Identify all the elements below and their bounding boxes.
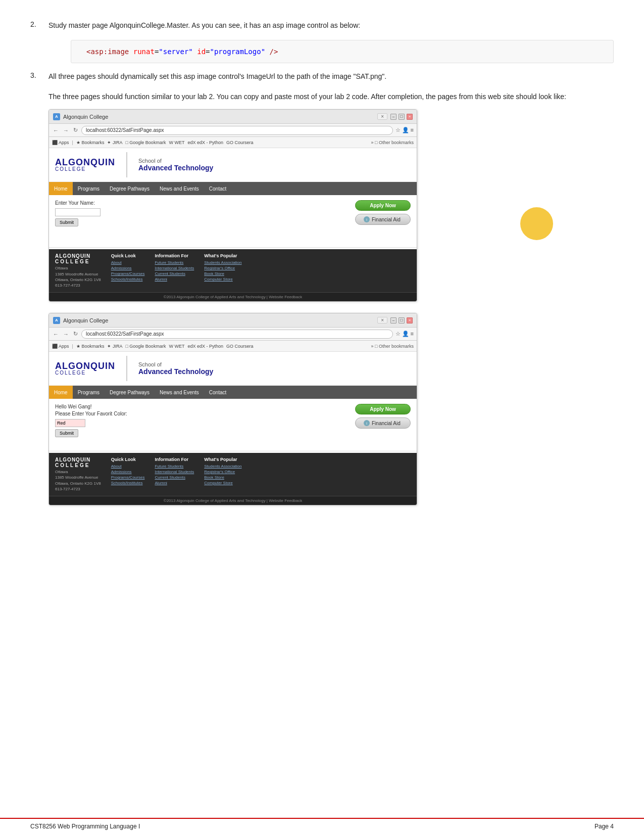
bm-google-1: □ Google Bookmark bbox=[125, 140, 166, 145]
right-panel-1: Apply Now i Financial Aid bbox=[355, 200, 411, 241]
browser-favicon-2: A bbox=[53, 317, 60, 324]
apply-btn-2[interactable]: Apply Now bbox=[355, 404, 411, 414]
nav-degree-2[interactable]: Degree Pathways bbox=[105, 386, 155, 399]
footer-ql-admissions-1[interactable]: Admissions bbox=[111, 266, 145, 270]
footer-ql-programs-1[interactable]: Programs/Courses bbox=[111, 271, 145, 276]
footer-ql-schools-1[interactable]: Schools/Institutes bbox=[111, 277, 145, 282]
url-input-2[interactable] bbox=[81, 330, 393, 339]
nav-programs-1[interactable]: Programs bbox=[73, 182, 105, 195]
footer-pop-comp-2[interactable]: Computer Store bbox=[204, 481, 241, 485]
footer-quicklook-2: Quick Look About Admissions Programs/Cou… bbox=[111, 457, 145, 492]
bm-google-2: □ Google Bookmark bbox=[125, 344, 166, 349]
footer-bottom-1: ©2013 Algonquin College of Applied Arts … bbox=[49, 292, 417, 301]
maximize-btn-1[interactable]: □ bbox=[399, 114, 405, 120]
nav-degree-1[interactable]: Degree Pathways bbox=[105, 182, 155, 195]
forward-btn-2[interactable]: → bbox=[62, 331, 70, 337]
footer-info-alumni-1[interactable]: Alumni bbox=[155, 277, 194, 282]
reload-btn-1[interactable]: ↻ bbox=[72, 127, 79, 133]
bm-wet-1: W WET bbox=[169, 140, 184, 145]
apply-btn-1[interactable]: Apply Now bbox=[355, 200, 411, 211]
nav-bar-2: Home Programs Degree Pathways News and E… bbox=[49, 386, 417, 399]
financial-label-2: Financial Aid bbox=[372, 421, 401, 426]
footer-pop-reg-2[interactable]: Registrar's Office bbox=[204, 470, 241, 474]
close-btn-2[interactable]: × bbox=[407, 317, 413, 323]
course-label: CST8256 Web Programming Language I bbox=[30, 823, 140, 830]
minimize-btn-1[interactable]: – bbox=[390, 114, 397, 120]
logo-college-1: COLLEGE bbox=[55, 167, 115, 172]
address-bar-2: ← → ↻ ☆ 👤 ≡ bbox=[49, 328, 417, 341]
header-divider-2 bbox=[126, 356, 127, 381]
code-val-id: "programLogo" bbox=[210, 48, 266, 56]
footer-ql-admissions-2[interactable]: Admissions bbox=[111, 470, 145, 474]
footer-ql-schools-2[interactable]: Schools/Institutes bbox=[111, 481, 145, 485]
new-tab-2[interactable]: × bbox=[377, 317, 387, 323]
submit-btn-1[interactable]: Submit bbox=[55, 218, 78, 226]
bm-edx-2: edX edX - Python bbox=[187, 344, 223, 349]
nav-contact-2[interactable]: Contact bbox=[204, 386, 231, 399]
fin-icon-2: i bbox=[364, 420, 370, 426]
footer-info-future-1[interactable]: Future Students bbox=[155, 260, 194, 265]
browser-favicon-1: A bbox=[53, 113, 60, 120]
footer-pop-book-1[interactable]: Book Store bbox=[204, 271, 241, 276]
main-area-2: Hello Wei Gang! Please Enter Your Favori… bbox=[49, 399, 417, 449]
college-footer-1: ALGONQUINCOLLEGE Ottawa1385 Woodroffe Av… bbox=[49, 249, 417, 292]
footer-pop-book-2[interactable]: Book Store bbox=[204, 475, 241, 480]
minimize-btn-2[interactable]: – bbox=[390, 317, 397, 323]
nav-contact-1[interactable]: Contact bbox=[204, 182, 231, 195]
footer-ql-programs-2[interactable]: Programs/Courses bbox=[111, 475, 145, 480]
maximize-btn-2[interactable]: □ bbox=[399, 317, 405, 323]
footer-info-current-2[interactable]: Current Students bbox=[155, 475, 194, 480]
menu-icon-1: ≡ bbox=[411, 127, 414, 133]
footer-info-current-1[interactable]: Current Students bbox=[155, 271, 194, 276]
footer-pop-title-2: What's Popular bbox=[204, 457, 241, 462]
nav-programs-2[interactable]: Programs bbox=[73, 386, 105, 399]
code-close: /> bbox=[270, 48, 278, 56]
footer-pop-sa-1[interactable]: Students Association bbox=[204, 260, 241, 265]
footer-ql-about-2[interactable]: About bbox=[111, 464, 145, 469]
footer-info-2: Information For Future Students Internat… bbox=[155, 457, 194, 492]
color-input-2[interactable] bbox=[55, 419, 85, 427]
submit-btn-2[interactable]: Submit bbox=[55, 429, 78, 437]
footer-info-future-2[interactable]: Future Students bbox=[155, 464, 194, 469]
footer-info-alumni-2[interactable]: Alumni bbox=[155, 481, 194, 485]
footer-pop-sa-2[interactable]: Students Association bbox=[204, 464, 241, 469]
footer-info-intl-1[interactable]: International Students bbox=[155, 266, 194, 270]
back-btn-1[interactable]: ← bbox=[52, 127, 60, 133]
name-input-1[interactable] bbox=[55, 208, 101, 216]
code-attr-id: id bbox=[197, 48, 206, 56]
financial-btn-2[interactable]: i Financial Aid bbox=[355, 418, 411, 429]
footer-info-intl-2[interactable]: International Students bbox=[155, 470, 194, 474]
addr-icons-2: ☆ 👤 ≡ bbox=[395, 331, 414, 337]
nav-home-2[interactable]: Home bbox=[49, 386, 73, 399]
step-2: 2. Study master page AlgonquinCollege.Ma… bbox=[30, 20, 614, 31]
footer-ql-title-2: Quick Look bbox=[111, 457, 145, 462]
new-tab-1[interactable]: × bbox=[377, 113, 387, 120]
footer-pop-reg-1[interactable]: Registrar's Office bbox=[204, 266, 241, 270]
nav-news-2[interactable]: News and Events bbox=[155, 386, 204, 399]
browser-window-1: A Algonquin College × – □ × ← → ↻ ☆ 👤 ≡ … bbox=[48, 109, 417, 302]
url-input-1[interactable] bbox=[81, 126, 393, 135]
footer-ql-about-1[interactable]: About bbox=[111, 260, 145, 265]
forward-btn-1[interactable]: → bbox=[62, 127, 70, 133]
school-of-2: School of bbox=[138, 361, 213, 367]
college-logo-2: ALGONQUIN COLLEGE bbox=[55, 361, 115, 376]
footer-addr-1: Ottawa1385 Woodroffe AvenueOttawa, Ontar… bbox=[55, 265, 101, 288]
financial-btn-1[interactable]: i Financial Aid bbox=[355, 214, 411, 225]
logo-algonquin-2: ALGONQUIN bbox=[55, 361, 115, 370]
footer-pop-comp-1[interactable]: Computer Store bbox=[204, 277, 241, 282]
page-content-2: ALGONQUIN COLLEGE School of Advanced Tec… bbox=[49, 352, 417, 505]
nav-news-1[interactable]: News and Events bbox=[155, 182, 204, 195]
user-icon-2: 👤 bbox=[402, 331, 409, 337]
reload-btn-2[interactable]: ↻ bbox=[72, 331, 79, 337]
form-label-1: Enter Your Name: bbox=[55, 200, 350, 206]
browser-title-2: Algonquin College bbox=[63, 317, 374, 323]
close-btn-1[interactable]: × bbox=[407, 114, 413, 120]
title-bar-1: A Algonquin College × – □ × bbox=[49, 110, 417, 124]
college-logo-1: ALGONQUIN COLLEGE bbox=[55, 158, 115, 172]
step-text-2: Study master page AlgonquinCollege.Maste… bbox=[48, 20, 360, 31]
footer-left-1: ALGONQUINCOLLEGE Ottawa1385 Woodroffe Av… bbox=[55, 253, 101, 288]
back-btn-2[interactable]: ← bbox=[52, 331, 60, 337]
bm-other-1: » □ Other bookmarks bbox=[371, 140, 414, 145]
nav-home-1[interactable]: Home bbox=[49, 182, 73, 195]
page-content-1: ALGONQUIN COLLEGE School of Advanced Tec… bbox=[49, 148, 417, 301]
